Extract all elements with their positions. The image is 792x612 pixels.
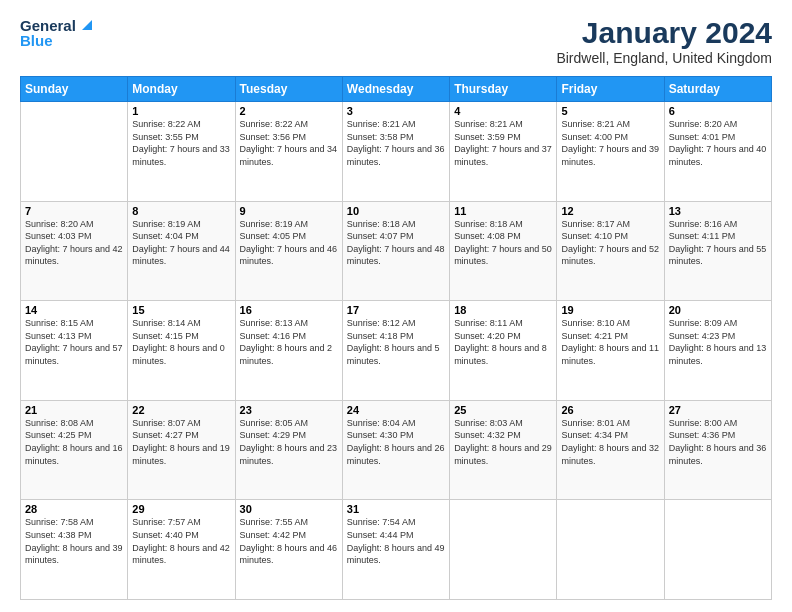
day-info: Sunrise: 8:19 AMSunset: 4:05 PMDaylight:…	[240, 218, 338, 268]
day-cell: 15Sunrise: 8:14 AMSunset: 4:15 PMDayligh…	[128, 301, 235, 401]
day-info: Sunrise: 7:57 AMSunset: 4:40 PMDaylight:…	[132, 516, 230, 566]
day-number: 8	[132, 205, 230, 217]
day-info: Sunrise: 8:22 AMSunset: 3:56 PMDaylight:…	[240, 118, 338, 168]
week-row-4: 28Sunrise: 7:58 AMSunset: 4:38 PMDayligh…	[21, 500, 772, 600]
day-number: 26	[561, 404, 659, 416]
day-info: Sunrise: 8:01 AMSunset: 4:34 PMDaylight:…	[561, 417, 659, 467]
day-number: 12	[561, 205, 659, 217]
day-cell: 29Sunrise: 7:57 AMSunset: 4:40 PMDayligh…	[128, 500, 235, 600]
day-info: Sunrise: 8:19 AMSunset: 4:04 PMDaylight:…	[132, 218, 230, 268]
day-info: Sunrise: 8:17 AMSunset: 4:10 PMDaylight:…	[561, 218, 659, 268]
day-cell	[21, 102, 128, 202]
day-number: 16	[240, 304, 338, 316]
day-number: 20	[669, 304, 767, 316]
day-cell: 27Sunrise: 8:00 AMSunset: 4:36 PMDayligh…	[664, 400, 771, 500]
day-cell: 4Sunrise: 8:21 AMSunset: 3:59 PMDaylight…	[450, 102, 557, 202]
day-cell: 18Sunrise: 8:11 AMSunset: 4:20 PMDayligh…	[450, 301, 557, 401]
day-cell	[450, 500, 557, 600]
day-info: Sunrise: 8:11 AMSunset: 4:20 PMDaylight:…	[454, 317, 552, 367]
day-number: 14	[25, 304, 123, 316]
day-info: Sunrise: 8:08 AMSunset: 4:25 PMDaylight:…	[25, 417, 123, 467]
day-number: 3	[347, 105, 445, 117]
day-cell: 11Sunrise: 8:18 AMSunset: 4:08 PMDayligh…	[450, 201, 557, 301]
day-info: Sunrise: 8:03 AMSunset: 4:32 PMDaylight:…	[454, 417, 552, 467]
day-number: 23	[240, 404, 338, 416]
day-header-tuesday: Tuesday	[235, 77, 342, 102]
logo-blue: Blue	[20, 32, 53, 49]
day-info: Sunrise: 8:22 AMSunset: 3:55 PMDaylight:…	[132, 118, 230, 168]
day-number: 21	[25, 404, 123, 416]
day-cell: 28Sunrise: 7:58 AMSunset: 4:38 PMDayligh…	[21, 500, 128, 600]
day-info: Sunrise: 8:07 AMSunset: 4:27 PMDaylight:…	[132, 417, 230, 467]
day-number: 25	[454, 404, 552, 416]
week-row-2: 14Sunrise: 8:15 AMSunset: 4:13 PMDayligh…	[21, 301, 772, 401]
day-header-saturday: Saturday	[664, 77, 771, 102]
day-number: 7	[25, 205, 123, 217]
day-cell: 25Sunrise: 8:03 AMSunset: 4:32 PMDayligh…	[450, 400, 557, 500]
logo-arrow-icon	[78, 16, 96, 34]
day-cell: 23Sunrise: 8:05 AMSunset: 4:29 PMDayligh…	[235, 400, 342, 500]
day-cell: 24Sunrise: 8:04 AMSunset: 4:30 PMDayligh…	[342, 400, 449, 500]
day-number: 31	[347, 503, 445, 515]
day-header-wednesday: Wednesday	[342, 77, 449, 102]
day-cell	[664, 500, 771, 600]
day-cell: 14Sunrise: 8:15 AMSunset: 4:13 PMDayligh…	[21, 301, 128, 401]
day-cell: 8Sunrise: 8:19 AMSunset: 4:04 PMDaylight…	[128, 201, 235, 301]
day-number: 10	[347, 205, 445, 217]
day-info: Sunrise: 8:05 AMSunset: 4:29 PMDaylight:…	[240, 417, 338, 467]
day-number: 30	[240, 503, 338, 515]
day-number: 5	[561, 105, 659, 117]
day-info: Sunrise: 8:00 AMSunset: 4:36 PMDaylight:…	[669, 417, 767, 467]
day-cell	[557, 500, 664, 600]
day-info: Sunrise: 7:54 AMSunset: 4:44 PMDaylight:…	[347, 516, 445, 566]
logo-graphic: General Blue	[20, 16, 96, 49]
day-info: Sunrise: 8:20 AMSunset: 4:01 PMDaylight:…	[669, 118, 767, 168]
day-cell: 3Sunrise: 8:21 AMSunset: 3:58 PMDaylight…	[342, 102, 449, 202]
day-number: 29	[132, 503, 230, 515]
day-info: Sunrise: 8:21 AMSunset: 3:58 PMDaylight:…	[347, 118, 445, 168]
day-number: 19	[561, 304, 659, 316]
day-info: Sunrise: 8:18 AMSunset: 4:07 PMDaylight:…	[347, 218, 445, 268]
day-header-thursday: Thursday	[450, 77, 557, 102]
header: General Blue January 2024 Birdwell, Engl…	[20, 16, 772, 66]
day-info: Sunrise: 8:09 AMSunset: 4:23 PMDaylight:…	[669, 317, 767, 367]
calendar-page: General Blue January 2024 Birdwell, Engl…	[0, 0, 792, 612]
day-number: 11	[454, 205, 552, 217]
day-cell: 1Sunrise: 8:22 AMSunset: 3:55 PMDaylight…	[128, 102, 235, 202]
day-cell: 5Sunrise: 8:21 AMSunset: 4:00 PMDaylight…	[557, 102, 664, 202]
location: Birdwell, England, United Kingdom	[556, 50, 772, 66]
title-block: January 2024 Birdwell, England, United K…	[556, 16, 772, 66]
calendar-table: SundayMondayTuesdayWednesdayThursdayFrid…	[20, 76, 772, 600]
day-number: 15	[132, 304, 230, 316]
day-number: 13	[669, 205, 767, 217]
day-number: 4	[454, 105, 552, 117]
day-info: Sunrise: 8:12 AMSunset: 4:18 PMDaylight:…	[347, 317, 445, 367]
day-cell: 16Sunrise: 8:13 AMSunset: 4:16 PMDayligh…	[235, 301, 342, 401]
day-number: 27	[669, 404, 767, 416]
day-cell: 17Sunrise: 8:12 AMSunset: 4:18 PMDayligh…	[342, 301, 449, 401]
month-title: January 2024	[556, 16, 772, 50]
day-cell: 6Sunrise: 8:20 AMSunset: 4:01 PMDaylight…	[664, 102, 771, 202]
day-info: Sunrise: 8:04 AMSunset: 4:30 PMDaylight:…	[347, 417, 445, 467]
day-number: 1	[132, 105, 230, 117]
day-cell: 19Sunrise: 8:10 AMSunset: 4:21 PMDayligh…	[557, 301, 664, 401]
day-header-monday: Monday	[128, 77, 235, 102]
day-cell: 9Sunrise: 8:19 AMSunset: 4:05 PMDaylight…	[235, 201, 342, 301]
day-info: Sunrise: 8:15 AMSunset: 4:13 PMDaylight:…	[25, 317, 123, 367]
day-info: Sunrise: 7:55 AMSunset: 4:42 PMDaylight:…	[240, 516, 338, 566]
logo-general: General	[20, 17, 76, 34]
day-cell: 20Sunrise: 8:09 AMSunset: 4:23 PMDayligh…	[664, 301, 771, 401]
day-cell: 12Sunrise: 8:17 AMSunset: 4:10 PMDayligh…	[557, 201, 664, 301]
day-number: 28	[25, 503, 123, 515]
day-info: Sunrise: 8:18 AMSunset: 4:08 PMDaylight:…	[454, 218, 552, 268]
day-cell: 13Sunrise: 8:16 AMSunset: 4:11 PMDayligh…	[664, 201, 771, 301]
day-number: 9	[240, 205, 338, 217]
day-info: Sunrise: 8:10 AMSunset: 4:21 PMDaylight:…	[561, 317, 659, 367]
day-cell: 10Sunrise: 8:18 AMSunset: 4:07 PMDayligh…	[342, 201, 449, 301]
week-row-3: 21Sunrise: 8:08 AMSunset: 4:25 PMDayligh…	[21, 400, 772, 500]
day-info: Sunrise: 8:20 AMSunset: 4:03 PMDaylight:…	[25, 218, 123, 268]
week-row-1: 7Sunrise: 8:20 AMSunset: 4:03 PMDaylight…	[21, 201, 772, 301]
day-info: Sunrise: 8:21 AMSunset: 3:59 PMDaylight:…	[454, 118, 552, 168]
day-info: Sunrise: 8:16 AMSunset: 4:11 PMDaylight:…	[669, 218, 767, 268]
day-cell: 30Sunrise: 7:55 AMSunset: 4:42 PMDayligh…	[235, 500, 342, 600]
